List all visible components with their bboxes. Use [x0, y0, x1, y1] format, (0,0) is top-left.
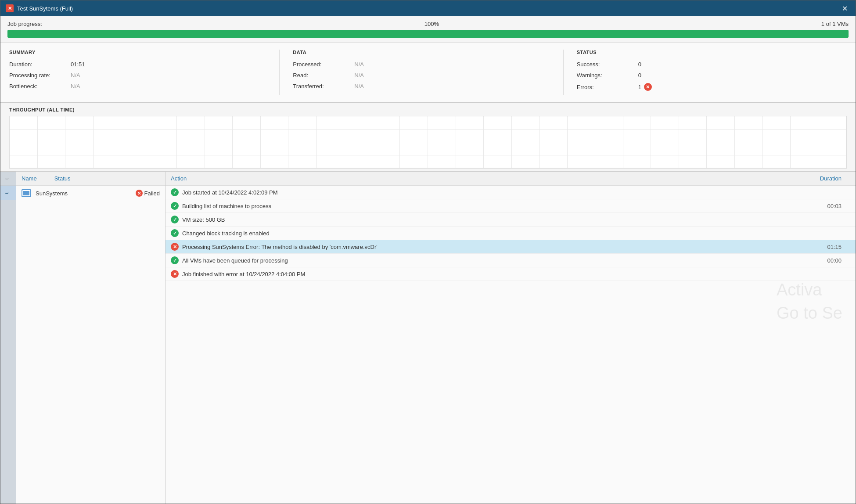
- chart-cell: [233, 142, 261, 155]
- chart-cell: [484, 130, 512, 143]
- chart-cell: [456, 142, 484, 155]
- progress-percent: 100%: [424, 21, 439, 27]
- chart-cell: [651, 155, 679, 169]
- chart-cell: [400, 130, 428, 143]
- chart-cell: [456, 130, 484, 143]
- chart-cell: [484, 142, 512, 155]
- chart-cell: [261, 116, 289, 130]
- processed-row: Processed: N/A: [293, 61, 550, 68]
- bottom-section: t t Name Status SunSystems ✕ Failed: [0, 171, 856, 504]
- log-row[interactable]: ✓All VMs have been queued for processing…: [165, 254, 856, 267]
- main-content: SUMMARY Duration: 01:51 Processing rate:…: [0, 43, 856, 504]
- chart-cell: [177, 155, 205, 169]
- chart-cell: [288, 155, 317, 169]
- log-row[interactable]: ✓VM size: 500 GB: [165, 213, 856, 227]
- chart-cell: [791, 116, 819, 130]
- throughput-chart: [9, 116, 847, 169]
- bottleneck-row: Bottleneck: N/A: [9, 83, 266, 90]
- chart-cell: [205, 130, 233, 143]
- chart-cell: [762, 142, 791, 155]
- chart-cell: [512, 155, 540, 169]
- chart-cell: [818, 155, 846, 169]
- progress-bar-outer: [7, 30, 849, 38]
- chart-cell: [65, 130, 94, 143]
- chart-cell: [539, 116, 568, 130]
- chart-cell: [735, 155, 763, 169]
- chart-cell: [735, 116, 763, 130]
- chart-cell: [428, 130, 456, 143]
- chart-cell: [288, 130, 317, 143]
- chart-cell: [121, 142, 149, 155]
- action-log: Action Duration ✓Job started at 10/24/20…: [165, 172, 856, 504]
- log-row[interactable]: ✓Building list of machines to process00:…: [165, 199, 856, 213]
- watermark: Activa Go to Se: [777, 278, 842, 325]
- chart-cell: [762, 130, 791, 143]
- processing-rate-row: Processing rate: N/A: [9, 72, 266, 79]
- progress-vms: 1 of 1 VMs: [821, 21, 849, 27]
- watermark-line1: Activa: [777, 278, 842, 302]
- chart-cell: [539, 130, 568, 143]
- chart-cell: [791, 130, 819, 143]
- chart-cell: [149, 130, 177, 143]
- error-log-icon: ✕: [171, 243, 179, 251]
- chart-cell: [428, 116, 456, 130]
- read-row: Read: N/A: [293, 72, 550, 79]
- log-text: All VMs have been queued for processing: [182, 257, 812, 264]
- chart-cell: [623, 155, 651, 169]
- chart-cell: [818, 130, 846, 143]
- chart-cell: [400, 142, 428, 155]
- chart-cell: [762, 116, 791, 130]
- vm-list-item[interactable]: SunSystems ✕ Failed: [16, 186, 165, 201]
- chart-cell: [149, 155, 177, 169]
- summary-col: SUMMARY Duration: 01:51 Processing rate:…: [9, 50, 280, 95]
- chart-cell: [679, 142, 707, 155]
- watermark-area: Activa Go to Se: [165, 281, 856, 325]
- chart-cell: [177, 130, 205, 143]
- chart-cell: [512, 142, 540, 155]
- log-row[interactable]: ✓Job started at 10/24/2022 4:02:09 PM: [165, 186, 856, 199]
- transferred-row: Transferred: N/A: [293, 83, 550, 90]
- chart-cell: [484, 155, 512, 169]
- vm-status-text: Failed: [144, 190, 160, 197]
- chart-cell: [484, 116, 512, 130]
- progress-bar-inner: [7, 30, 849, 38]
- chart-cell: [94, 142, 122, 155]
- sidebar-tab-2[interactable]: t: [0, 186, 16, 200]
- chart-cell: [568, 116, 596, 130]
- log-row[interactable]: ✕Processing SunSystems Error: The method…: [165, 240, 856, 254]
- log-row[interactable]: ✓Changed block tracking is enabled: [165, 227, 856, 240]
- throughput-section: THROUGHPUT (ALL TIME): [0, 103, 856, 171]
- chart-cell: [121, 116, 149, 130]
- success-log-icon: ✓: [171, 256, 179, 264]
- chart-cell: [818, 116, 846, 130]
- log-text: Job started at 10/24/2022 4:02:09 PM: [182, 189, 812, 196]
- chart-cell: [121, 155, 149, 169]
- chart-cell: [456, 116, 484, 130]
- close-button[interactable]: ✕: [839, 4, 850, 14]
- log-text: Changed block tracking is enabled: [182, 230, 812, 237]
- stats-section: SUMMARY Duration: 01:51 Processing rate:…: [0, 43, 856, 103]
- success-log-icon: ✓: [171, 216, 179, 223]
- warnings-label: Warnings:: [577, 72, 638, 79]
- chart-cell: [177, 116, 205, 130]
- bottleneck-label: Bottleneck:: [9, 83, 71, 90]
- bottleneck-value: N/A: [71, 83, 80, 90]
- log-text: VM size: 500 GB: [182, 216, 812, 223]
- log-row[interactable]: ✕Job finished with error at 10/24/2022 4…: [165, 267, 856, 281]
- chart-cell: [400, 155, 428, 169]
- vm-col-status: Status: [54, 175, 71, 182]
- chart-cell: [707, 130, 735, 143]
- chart-cell: [38, 155, 66, 169]
- chart-cell: [568, 130, 596, 143]
- chart-cell: [288, 142, 317, 155]
- chart-cell: [317, 130, 345, 143]
- chart-cell: [372, 155, 400, 169]
- sidebar-tab-1[interactable]: t: [0, 172, 16, 186]
- chart-cell: [205, 142, 233, 155]
- chart-cell: [288, 116, 317, 130]
- chart-cell: [651, 130, 679, 143]
- chart-cell: [10, 130, 38, 143]
- chart-cell: [400, 116, 428, 130]
- progress-label-row: Job progress: 100% 1 of 1 VMs: [7, 21, 849, 27]
- error-log-icon: ✕: [171, 270, 179, 278]
